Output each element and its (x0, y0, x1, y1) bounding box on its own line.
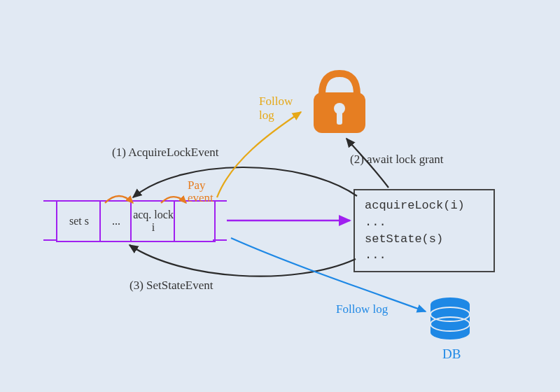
arrow-pay-hop-2 (161, 197, 186, 203)
arrow-follow-log-top (217, 112, 301, 197)
arrow-step2 (346, 139, 388, 188)
arrow-step1 (133, 167, 357, 197)
arrow-pay-hop-1 (105, 196, 133, 203)
arrow-follow-log-bottom (231, 238, 426, 312)
database-icon (430, 298, 470, 340)
lock-icon (314, 74, 365, 133)
arrow-layer (0, 0, 560, 392)
arrow-step3 (130, 245, 356, 276)
svg-rect-2 (337, 112, 342, 125)
